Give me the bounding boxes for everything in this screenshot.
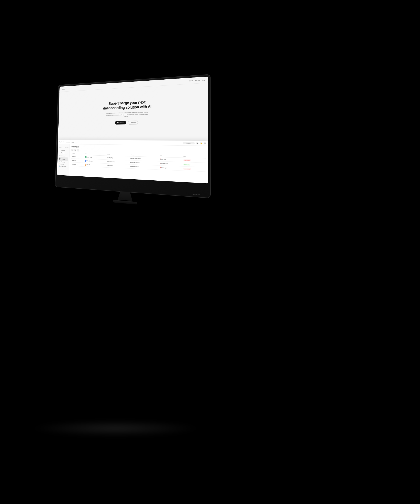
dashboard-content: Order List + ⊿ ↕ Order ID User: [69, 144, 208, 184]
breadcrumb-separator: /: [71, 141, 71, 143]
chevron-right-icon-2: ›: [60, 152, 61, 154]
nav-about[interactable]: About: [189, 80, 193, 82]
active-indicator: [59, 158, 60, 160]
order-table: Order ID User Project Address Date Statu…: [71, 152, 206, 172]
monitor-ports: [192, 194, 200, 195]
notification-icon[interactable]: ◻: [204, 142, 206, 144]
monitor-stand: [117, 191, 133, 201]
nav-logo: Aire: [62, 88, 65, 90]
dash-nav-courses[interactable]: 📚 Online Courses: [58, 165, 68, 167]
default-dash-icon: ◉: [60, 158, 61, 160]
settings-icon[interactable]: ⚙: [196, 142, 198, 144]
dash-logo: EyeMind: [60, 141, 64, 143]
screen-content: Aire About Pricing Blog Supercharge your…: [57, 76, 208, 183]
dash-nav-default[interactable]: ◉ Default: [58, 157, 68, 161]
cell-status: ● In Progress: [182, 166, 206, 172]
breadcrumb: ★ Dashboards / Default: [65, 141, 74, 143]
port-2: [196, 194, 197, 195]
breadcrumb-item-dashboards[interactable]: Dashboards: [66, 141, 70, 143]
avatar: KM: [85, 160, 86, 162]
cell-date: 📅 1 hour ago: [159, 166, 182, 171]
port-3: [198, 194, 200, 195]
projects-icon: 📁: [59, 163, 60, 165]
user-name: Kate Morrison: [87, 160, 93, 162]
bell-icon[interactable]: 🔔: [200, 142, 202, 144]
hero-section: Supercharge your next dashboarding solut…: [58, 83, 208, 138]
add-button[interactable]: +: [72, 149, 73, 151]
user-name: Drew Cano: [87, 164, 92, 166]
learn-more-button[interactable]: Learn More: [128, 120, 138, 125]
dashboard-nav-items: ◉ Default 🛒 eCommerce 📁 Projects: [58, 157, 68, 168]
cell-order-id: #CM9803: [71, 162, 84, 166]
dash-nav-ecommerce[interactable]: 🛒 eCommerce: [58, 161, 68, 163]
nav-blog[interactable]: Blog: [202, 79, 205, 81]
filter-button[interactable]: ⊿: [74, 149, 76, 151]
ecommerce-icon: 🛒: [59, 161, 60, 162]
dashboard-main: Spaces Recent › Overview › Projects: [57, 144, 208, 183]
floor-shadow: [31, 420, 199, 437]
hero-title: Supercharge your next dashboarding solut…: [103, 100, 151, 111]
hero-subtitle: In conjunction with our customers, we fu…: [105, 111, 149, 119]
btn-dot-icon: [117, 122, 118, 123]
cell-order-id: #CM9801: [71, 155, 84, 159]
star-icon: ★: [65, 141, 65, 143]
courses-icon: 📚: [59, 166, 60, 167]
dashboards-section-label: Dashboards: [59, 156, 68, 157]
breadcrumb-item-default[interactable]: Default: [72, 141, 74, 143]
cell-project: Client Portal: [106, 164, 129, 168]
monitor-base: [113, 200, 137, 204]
topbar-right: Search... ⚙ 🔔 ◻: [183, 142, 206, 144]
nav-links: About Pricing Blog: [189, 79, 205, 82]
screen-bezel: Aire About Pricing Blog Supercharge your…: [57, 76, 208, 183]
sidebar-item-overview[interactable]: › Overview: [59, 149, 68, 152]
user-name: Natali Craig: [87, 156, 92, 158]
status-badge: ● In Progress: [183, 168, 191, 170]
status-badge: ● Complete: [183, 163, 191, 166]
cell-order-id: #CM9802: [71, 159, 84, 163]
search-button[interactable]: Search...: [183, 142, 195, 144]
status-badge: ● In Progress: [183, 159, 191, 161]
avatar: NC: [85, 156, 86, 158]
dashboard-section: EyeMind ★ Dashboards / Default Search...…: [57, 140, 208, 184]
avatar: DC: [84, 164, 86, 166]
cell-address: Bagwell Ave Ocala: [129, 164, 159, 170]
spaces-section-label: Spaces Recent: [59, 147, 68, 148]
sort-button[interactable]: ↕: [77, 149, 79, 152]
get-started-button[interactable]: Get Started: [115, 121, 126, 125]
chevron-right-icon: ›: [60, 150, 61, 151]
sidebar-item-projects[interactable]: › Projects: [59, 151, 68, 154]
cell-user: DC Drew Cano: [84, 163, 106, 168]
port-1: [192, 194, 194, 195]
hero-buttons: Get Started Learn More: [115, 120, 138, 125]
nav-pricing[interactable]: Pricing: [195, 80, 200, 81]
monitor: Aire About Pricing Blog Supercharge your…: [55, 75, 210, 198]
dashboard-sidebar: Spaces Recent › Overview › Projects: [57, 144, 70, 176]
